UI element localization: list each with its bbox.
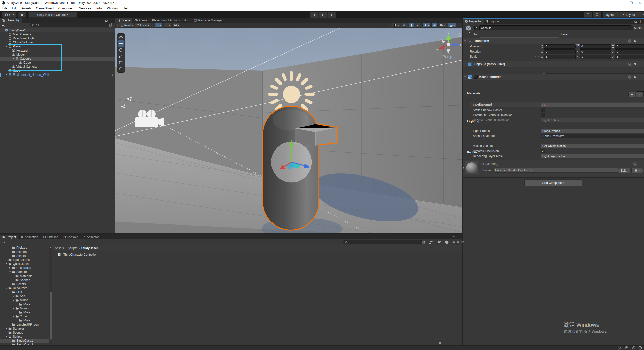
- version-control-button[interactable]: Unity Version Control▾: [28, 12, 77, 18]
- project-item-mats[interactable]: Mats: [0, 302, 49, 306]
- increment-snap-button[interactable]: ▾: [164, 23, 171, 28]
- project-item-scripts[interactable]: Scripts: [0, 282, 49, 286]
- active-checkbox[interactable]: ✓: [474, 26, 478, 30]
- auto-refresh-disabled-icon[interactable]: [632, 346, 635, 350]
- menu-edit[interactable]: Edit: [10, 7, 20, 10]
- step-button[interactable]: [328, 12, 336, 18]
- presets-icon[interactable]: [634, 39, 637, 42]
- open-in-window-icon[interactable]: [422, 241, 425, 244]
- project-search-input[interactable]: [343, 240, 423, 244]
- hidden-objects-toggle[interactable]: [431, 23, 438, 28]
- project-item-mats[interactable]: Mats: [0, 310, 49, 314]
- cache-server-disabled-icon[interactable]: [625, 346, 628, 350]
- static-checkbox[interactable]: [629, 26, 633, 30]
- search-by-type-icon[interactable]: [429, 240, 433, 244]
- light-probes-dropdown[interactable]: Blend Probes▾: [541, 129, 644, 133]
- menu-component[interactable]: Component: [56, 7, 77, 10]
- lock-icon[interactable]: [105, 19, 108, 22]
- menu-file[interactable]: File: [0, 7, 10, 10]
- project-item-yuzu[interactable]: ▼Yuzu: [0, 314, 49, 318]
- panel-menu-icon[interactable]: ⋮: [639, 20, 642, 23]
- play-button[interactable]: [310, 12, 319, 18]
- status-check-icon[interactable]: [638, 346, 642, 350]
- scale-x-field[interactable]: 1: [544, 55, 576, 59]
- help-icon[interactable]: ?: [628, 63, 631, 66]
- slider-knob[interactable]: [439, 342, 441, 344]
- debugger-disabled-icon[interactable]: [618, 346, 622, 350]
- grid-snap-toggle[interactable]: ▾: [155, 23, 163, 28]
- gizmo-lock-icon[interactable]: [458, 34, 461, 37]
- scene-lighting-toggle[interactable]: [409, 23, 414, 28]
- thumbnail-zoom-slider[interactable]: [439, 343, 455, 343]
- panel-menu-icon[interactable]: ⋮: [110, 19, 113, 22]
- snap-settings-button[interactable]: ▾: [172, 23, 181, 28]
- project-item-resources[interactable]: ▶Resources: [0, 266, 49, 270]
- scale-y-field[interactable]: 1: [580, 55, 611, 59]
- foldout-open-icon[interactable]: ▼: [1, 28, 5, 32]
- open-in-window-icon[interactable]: [109, 23, 112, 27]
- project-item-inputactions[interactable]: InputActions: [0, 258, 49, 262]
- draw-mode-dropdown[interactable]: ▾: [392, 23, 400, 28]
- scrollbar-thumb[interactable]: [50, 292, 52, 340]
- tab-animator[interactable]: Animator: [80, 235, 101, 239]
- project-tree-scrollbar[interactable]: ▲ ▼: [49, 246, 52, 345]
- dynamic-occlusion-checkbox[interactable]: ✓: [541, 149, 545, 153]
- static-shadow-caster-checkbox[interactable]: [541, 108, 545, 112]
- breadcrumb-scripts[interactable]: Scripts: [68, 246, 77, 250]
- rect-tool-icon[interactable]: [118, 59, 124, 66]
- menu-services[interactable]: Services: [77, 7, 93, 10]
- material-menu-icon[interactable]: ⋮: [639, 162, 642, 166]
- breadcrumb-assets[interactable]: Assets: [55, 246, 64, 250]
- foldout-closed-icon[interactable]: ▶: [5, 73, 8, 77]
- foldout-open-icon[interactable]: ▼: [5, 335, 8, 339]
- minimize-button[interactable]: —: [618, 0, 627, 6]
- orientation-dropdown[interactable]: Local▾: [135, 23, 151, 28]
- rendering-layer-mask-dropdown[interactable]: Light Layer default▾: [541, 154, 644, 158]
- project-item-samples[interactable]: ▼Samples: [0, 270, 49, 274]
- hierarchy-item-environment-narrow-walls[interactable]: ▶Environment_Narrow_Walls›: [0, 73, 115, 77]
- scroll-up-icon[interactable]: ▲: [50, 246, 52, 248]
- component-menu-icon[interactable]: ⋮: [639, 62, 642, 66]
- project-item-scenes[interactable]: Scenes: [0, 250, 49, 254]
- hierarchy-item-directional-light[interactable]: Directional Light: [0, 36, 115, 40]
- gameobject-icon[interactable]: [465, 25, 472, 31]
- scene-menu-icon[interactable]: ⋮: [110, 28, 113, 32]
- hierarchy-item-studycase1[interactable]: ▼StudyCase1⋮: [0, 28, 115, 32]
- rotation-z-field[interactable]: 0: [615, 49, 644, 54]
- static-dropdown-arrow[interactable]: ▾: [642, 27, 643, 29]
- shader-list-button[interactable]: ▾: [631, 168, 643, 173]
- project-item-aris[interactable]: ▶Aris: [0, 294, 49, 298]
- component-menu-icon[interactable]: ⋮: [639, 39, 642, 43]
- prefab-open-chevron[interactable]: ›: [112, 73, 113, 77]
- shader-edit-button[interactable]: Edit...: [618, 168, 630, 173]
- filter-warnings-icon[interactable]: [445, 240, 449, 244]
- rotation-x-field[interactable]: 0: [544, 49, 576, 54]
- scene-viewport[interactable]: ✳: [115, 28, 462, 233]
- tab-animation[interactable]: Animation: [18, 235, 40, 239]
- position-z-field[interactable]: 0: [615, 44, 644, 49]
- foldout-open-icon[interactable]: ▼: [12, 314, 15, 318]
- effects-dropdown[interactable]: ▾: [422, 23, 430, 28]
- rotation-y-field[interactable]: 0: [580, 49, 611, 54]
- account-button[interactable]: G▾: [2, 12, 17, 18]
- add-component-button[interactable]: Add Component: [524, 179, 582, 186]
- project-item-scenes[interactable]: Scenes: [0, 278, 49, 282]
- presets-icon[interactable]: [634, 75, 637, 78]
- project-item-simpleurptoon[interactable]: SimpleURPToon: [0, 322, 49, 327]
- create-object-button[interactable]: +▾: [2, 23, 5, 27]
- anchor-override-object-field[interactable]: None (Transform)⊙: [541, 134, 644, 138]
- tab-package-manager[interactable]: Package Manager: [192, 18, 225, 23]
- transform-component-header[interactable]: ▼ Transform ? ⋮: [463, 38, 644, 44]
- project-item-quickoutline[interactable]: ▼QuickOutline: [0, 262, 49, 266]
- 2d-toggle[interactable]: 2D: [401, 23, 408, 28]
- layout-dropdown[interactable]: Layout▾: [624, 12, 644, 18]
- mesh-renderer-component-header[interactable]: ▼ ✓ Mesh Renderer ? ⋮: [463, 74, 644, 80]
- camera-settings-dropdown[interactable]: ▾: [439, 23, 447, 28]
- cast-shadows-dropdown[interactable]: On▾: [541, 103, 644, 107]
- tab-timeline[interactable]: Timeline: [40, 235, 61, 239]
- project-item-prefabs[interactable]: Prefabs: [0, 246, 49, 250]
- breadcrumb-studycase1[interactable]: StudyCase1: [81, 246, 99, 250]
- tab-hierarchy[interactable]: Hierarchy: [0, 18, 22, 23]
- lock-icon[interactable]: [453, 236, 455, 238]
- scale-link-icon[interactable]: [535, 55, 539, 58]
